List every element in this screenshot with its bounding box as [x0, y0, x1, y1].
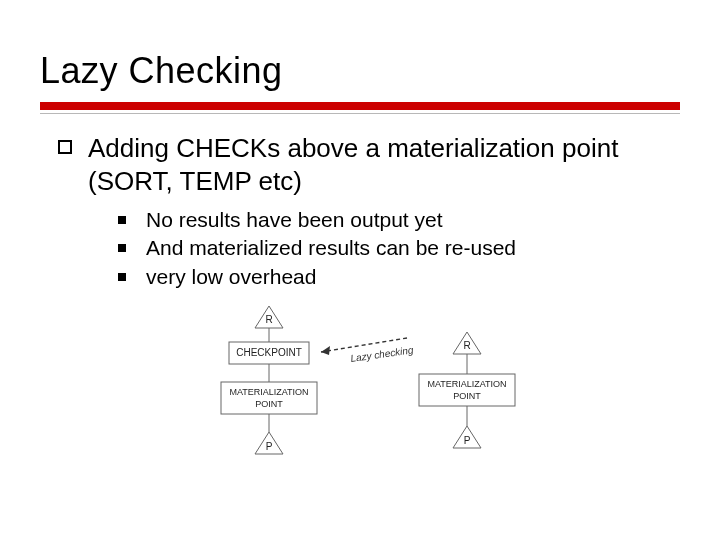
filled-square-icon — [118, 273, 126, 281]
bullet-level1-text: Adding CHECKs above a materialization po… — [88, 132, 680, 197]
bullet-level2: And materialized results can be re-used — [118, 235, 680, 261]
materialization-label-1: MATERIALIZATION — [229, 387, 308, 397]
materialization-label-2: POINT — [453, 391, 481, 401]
lazy-checking-diagram: R CHECKPOINT MATERIALIZATION POINT — [199, 302, 539, 492]
materialization-label-1: MATERIALIZATION — [427, 379, 506, 389]
title-rule — [40, 102, 680, 114]
arrow-annotation: Lazy checking — [350, 344, 415, 364]
filled-square-icon — [118, 216, 126, 224]
node-p-label: P — [266, 440, 273, 451]
diagram-container: R CHECKPOINT MATERIALIZATION POINT — [58, 302, 680, 496]
bullet-level1: Adding CHECKs above a materialization po… — [58, 132, 680, 197]
bullet-level2: No results have been output yet — [118, 207, 680, 233]
rule-red — [40, 102, 680, 110]
bullet-level2-text: No results have been output yet — [146, 207, 443, 233]
checkpoint-label: CHECKPOINT — [236, 346, 302, 357]
lazy-checking-arrow: Lazy checking — [321, 338, 414, 364]
diagram-right-tree: R MATERIALIZATION POINT P — [419, 332, 515, 448]
bullet-level2-list: No results have been output yet And mate… — [58, 207, 680, 290]
slide: Lazy Checking Adding CHECKs above a mate… — [0, 0, 720, 540]
rule-gray — [40, 113, 680, 114]
svg-marker-13 — [321, 346, 330, 355]
materialization-label-2: POINT — [255, 399, 283, 409]
slide-body: Adding CHECKs above a materialization po… — [40, 132, 680, 496]
filled-square-icon — [118, 244, 126, 252]
bullet-level2-text: And materialized results can be re-used — [146, 235, 516, 261]
node-p-label: P — [464, 434, 471, 445]
node-r-label: R — [463, 339, 470, 350]
hollow-square-icon — [58, 140, 72, 154]
bullet-level2: very low overhead — [118, 264, 680, 290]
diagram-left-tree: R CHECKPOINT MATERIALIZATION POINT — [221, 306, 317, 454]
bullet-level2-text: very low overhead — [146, 264, 316, 290]
slide-title: Lazy Checking — [40, 50, 680, 92]
node-r-label: R — [265, 313, 272, 324]
